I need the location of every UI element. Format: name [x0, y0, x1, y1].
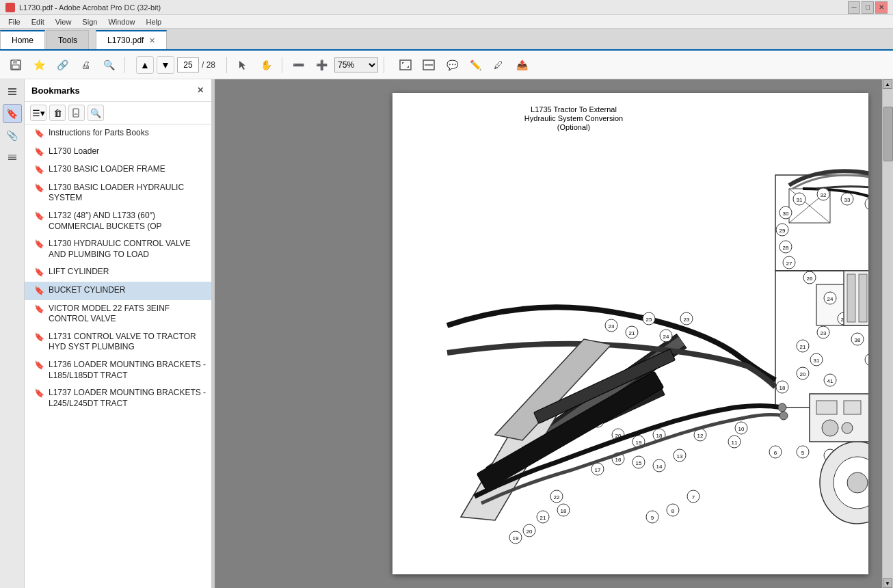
menu-help[interactable]: Help: [141, 16, 168, 27]
menu-sign[interactable]: Sign: [77, 16, 103, 27]
bookmark-icon-8: 🔖: [34, 304, 44, 315]
svg-text:5: 5: [801, 450, 805, 456]
window-controls: ─ □ ✕: [848, 1, 888, 14]
svg-text:8: 8: [671, 508, 675, 514]
list-item[interactable]: 🔖 L1737 LOADER MOUNTING BRACKETS - L245/…: [25, 384, 214, 412]
next-page-button[interactable]: ▼: [157, 56, 174, 74]
list-item[interactable]: 🔖 L1732 (48″) AND L1733 (60″) COMMERCIAL…: [25, 207, 214, 235]
sep2: [226, 57, 227, 73]
svg-text:19: 19: [513, 535, 519, 542]
svg-text:12: 12: [697, 433, 704, 439]
fit-page-button[interactable]: [395, 55, 416, 75]
left-layers-button[interactable]: [3, 148, 22, 167]
left-bookmarks-button[interactable]: 🔖: [3, 104, 22, 123]
fit-width-button[interactable]: [418, 55, 439, 75]
export-button[interactable]: 📤: [511, 55, 532, 75]
close-button[interactable]: ✕: [875, 1, 888, 14]
prev-page-button[interactable]: ▲: [136, 56, 154, 74]
tab-tools[interactable]: Tools: [46, 30, 89, 49]
list-item[interactable]: 🔖 BUCKET CYLINDER: [25, 282, 214, 300]
menu-edit[interactable]: Edit: [26, 16, 50, 27]
svg-text:9: 9: [651, 515, 654, 521]
sidebar-resize-handle[interactable]: [211, 79, 214, 588]
bookmark-label-9: L1731 CONTROL VALVE TO TRACTOR HYD SYST …: [49, 332, 207, 353]
svg-text:23: 23: [609, 323, 615, 330]
bookmark-icon-10: 🔖: [34, 360, 44, 371]
select-tool[interactable]: [232, 55, 253, 75]
bookmark-label-10: L1736 LOADER MOUNTING BRACKETS - L185/L1…: [49, 360, 207, 381]
svg-rect-9: [8, 155, 16, 156]
tab-pdf[interactable]: L1730.pdf ✕: [96, 30, 167, 49]
list-item[interactable]: 🔖 L1730 BASIC LOADER HYDRAULIC SYSTEM: [25, 179, 214, 207]
save-button[interactable]: [5, 55, 26, 75]
svg-point-161: [847, 472, 868, 493]
search-bookmark-button[interactable]: 🔍: [88, 105, 104, 121]
pdf-viewer[interactable]: L1735 Tractor To External Hydraulic Syst…: [215, 79, 882, 588]
hand-tool[interactable]: ✋: [256, 55, 276, 75]
bookmark-label-6: LIFT CYLINDER: [49, 267, 109, 278]
svg-rect-7: [8, 91, 16, 92]
scrollbar[interactable]: ▲ ▼: [882, 79, 893, 588]
svg-text:Hydraulic System Conversion: Hydraulic System Conversion: [524, 114, 623, 122]
svg-point-166: [842, 423, 853, 433]
menu-file[interactable]: File: [3, 16, 26, 27]
list-item[interactable]: 🔖 L1730 Loader: [25, 143, 214, 161]
sidebar-close-button[interactable]: ✕: [194, 83, 207, 97]
zoom-in-button[interactable]: ➕: [311, 55, 332, 75]
pencil-button[interactable]: ✏️: [465, 55, 485, 75]
svg-text:20: 20: [800, 371, 806, 377]
tab-home[interactable]: Home: [0, 30, 45, 49]
list-item[interactable]: 🔖 L1736 LOADER MOUNTING BRACKETS - L185/…: [25, 356, 214, 384]
delete-bookmark-button[interactable]: 🗑: [49, 105, 66, 121]
svg-text:31: 31: [797, 197, 803, 203]
stamp-button[interactable]: 🖊: [488, 55, 509, 75]
sidebar-header: Bookmarks ✕: [25, 79, 214, 102]
menu-window[interactable]: Window: [103, 16, 140, 27]
bookmark-icon-6: 🔖: [34, 267, 44, 278]
toolbar-right: 💬 ✏️ 🖊 📤: [395, 55, 532, 75]
svg-point-167: [778, 403, 786, 412]
svg-text:30: 30: [783, 211, 789, 217]
zoom-select[interactable]: 50% 75% 100% 125% 150% 200%: [334, 57, 378, 72]
bookmark-icon-0: 🔖: [34, 129, 44, 139]
find-button[interactable]: 🔍: [98, 55, 119, 75]
bookmark-options-button[interactable]: ☰▾: [30, 105, 46, 121]
svg-rect-8: [8, 94, 16, 95]
comment-button[interactable]: 💬: [442, 55, 462, 75]
attach-button[interactable]: 🔗: [52, 55, 72, 75]
svg-point-165: [822, 420, 838, 436]
list-item[interactable]: 🔖 L1730 HYDRAULIC CONTROL VALVE AND PLUM…: [25, 235, 214, 263]
zoom-out-button[interactable]: ➖: [288, 55, 308, 75]
add-bookmark-button[interactable]: [68, 105, 85, 121]
bookmark-icon-4: 🔖: [34, 211, 44, 222]
list-item[interactable]: 🔖 Instructions for Parts Books: [25, 124, 214, 143]
svg-text:41: 41: [827, 378, 834, 384]
bookmark-button[interactable]: ⭐: [29, 55, 49, 75]
svg-point-168: [779, 412, 788, 420]
print-button[interactable]: 🖨: [75, 55, 96, 75]
scroll-up-button[interactable]: ▲: [883, 79, 892, 89]
svg-text:29: 29: [779, 228, 786, 234]
list-item[interactable]: 🔖 LIFT CYLINDER: [25, 263, 214, 282]
svg-text:28: 28: [783, 245, 789, 251]
maximize-button[interactable]: □: [862, 1, 874, 14]
svg-text:13: 13: [677, 453, 683, 459]
minimize-button[interactable]: ─: [848, 1, 860, 14]
bookmark-label-1: L1730 Loader: [49, 146, 99, 157]
left-nav-button[interactable]: [3, 82, 22, 101]
scroll-thumb[interactable]: [883, 107, 893, 161]
bookmark-icon-11: 🔖: [34, 388, 44, 399]
svg-rect-6: [8, 88, 16, 90]
left-clip-button[interactable]: 📎: [3, 126, 22, 145]
list-item[interactable]: 🔖 VICTOR MODEL 22 FATS 3EINF CONTROL VAL…: [25, 300, 214, 328]
list-item[interactable]: 🔖 L1730 BASIC LOADER FRAME: [25, 161, 214, 179]
menu-view[interactable]: View: [50, 16, 77, 27]
svg-rect-163: [816, 401, 837, 414]
list-item[interactable]: 🔖 L1731 CONTROL VALVE TO TRACTOR HYD SYS…: [25, 328, 214, 356]
page-input[interactable]: [177, 57, 199, 72]
svg-text:31: 31: [814, 358, 820, 364]
svg-text:11: 11: [732, 440, 738, 446]
pdf-page: L1735 Tractor To External Hydraulic Syst…: [392, 93, 868, 574]
tab-pdf-close[interactable]: ✕: [149, 36, 155, 45]
scroll-down-button[interactable]: ▼: [883, 578, 892, 588]
